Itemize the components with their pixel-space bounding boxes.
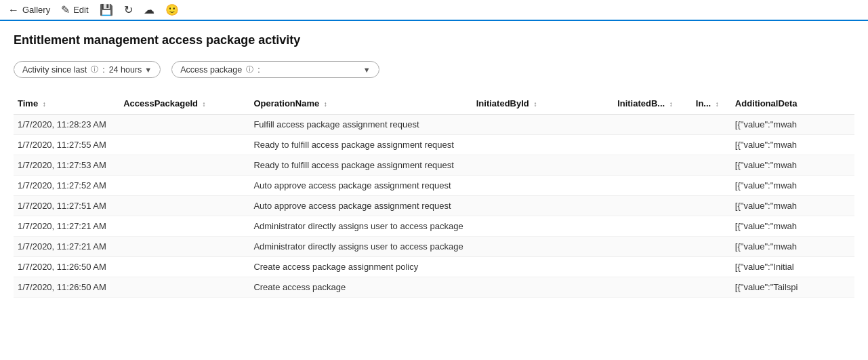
back-label: Gallery — [22, 5, 50, 15]
table-cell: Ready to fulfill access package assignme… — [249, 135, 472, 155]
filters-bar: Activity since last ⓘ : 24 hours ▼ Acces… — [14, 61, 854, 78]
table-cell — [613, 237, 692, 257]
table-cell: Ready to fulfill access package assignme… — [249, 155, 472, 176]
table-cell — [472, 196, 613, 216]
table-cell: Auto approve access package assignment r… — [249, 196, 472, 216]
edit-icon: ✎ — [61, 3, 70, 16]
col-header-initiated-b[interactable]: InitiatedB... ↕ — [613, 93, 692, 115]
table-cell: [{"value":"mwah — [731, 115, 854, 135]
activity-dropdown[interactable]: 24 hours ▼ — [109, 65, 152, 75]
sort-icon-initiated-id[interactable]: ↕ — [533, 100, 537, 108]
table-row: 1/7/2020, 11:26:50 AMCreate access packa… — [14, 257, 854, 277]
table-row: 1/7/2020, 11:26:50 AMCreate access packa… — [14, 277, 854, 298]
table-row: 1/7/2020, 11:27:52 AMAuto approve access… — [14, 176, 854, 196]
table-cell — [119, 155, 249, 176]
page-title: Entitlement management access package ac… — [14, 33, 854, 47]
table-cell — [692, 176, 731, 196]
table-cell: 1/7/2020, 11:27:52 AM — [14, 176, 119, 196]
activity-filter[interactable]: Activity since last ⓘ : 24 hours ▼ — [14, 61, 161, 78]
save-button[interactable]: 💾 — [100, 3, 113, 16]
table-cell: [{"value":"mwah — [731, 216, 854, 237]
table-cell: [{"value":"mwah — [731, 155, 854, 176]
sort-icon-pkg-id[interactable]: ↕ — [203, 100, 206, 108]
access-filter-label: Access package — [180, 65, 242, 75]
table-cell — [613, 135, 692, 155]
table-cell: 1/7/2020, 11:26:50 AM — [14, 257, 119, 277]
emoji-button[interactable]: 🙂 — [165, 3, 179, 16]
col-header-in[interactable]: In... ↕ — [692, 93, 731, 115]
table-cell — [692, 277, 731, 298]
table-cell: [{"value":"mwah — [731, 135, 854, 155]
table-cell: Auto approve access package assignment r… — [249, 176, 472, 196]
sort-icon-initiated-b[interactable]: ↕ — [669, 100, 673, 108]
data-table: Time ↕ AccessPackageId ↕ OperationName ↕… — [14, 93, 854, 298]
table-cell — [692, 115, 731, 135]
table-cell: [{"value":"mwah — [731, 176, 854, 196]
table-cell — [692, 196, 731, 216]
sort-icon-in[interactable]: ↕ — [716, 100, 719, 108]
table-cell — [613, 115, 692, 135]
refresh-button[interactable]: ↻ — [124, 3, 133, 16]
table-cell — [119, 176, 249, 196]
table-cell: Create access package assignment policy — [249, 257, 472, 277]
table-body: 1/7/2020, 11:28:23 AMFulfill access pack… — [14, 115, 854, 298]
table-row: 1/7/2020, 11:27:55 AMReady to fulfill ac… — [14, 135, 854, 155]
cloud-button[interactable]: ☁ — [144, 3, 154, 16]
table-cell — [119, 277, 249, 298]
refresh-icon: ↻ — [124, 3, 133, 16]
table-cell: Administrator directly assigns user to a… — [249, 237, 472, 257]
table-cell — [692, 257, 731, 277]
table-cell — [119, 257, 249, 277]
activity-dropdown-arrow: ▼ — [144, 66, 152, 74]
table-cell: 1/7/2020, 11:27:21 AM — [14, 216, 119, 237]
sort-icon-time[interactable]: ↕ — [43, 100, 46, 108]
table-cell: 1/7/2020, 11:27:53 AM — [14, 155, 119, 176]
table-cell — [692, 237, 731, 257]
col-header-access-package-id[interactable]: AccessPackageId ↕ — [119, 93, 249, 115]
table-cell — [692, 155, 731, 176]
table-cell — [613, 277, 692, 298]
table-cell — [472, 277, 613, 298]
access-package-select[interactable] — [264, 65, 359, 75]
cloud-icon: ☁ — [144, 3, 154, 16]
table-cell: 1/7/2020, 11:28:23 AM — [14, 115, 119, 135]
table-cell: 1/7/2020, 11:27:21 AM — [14, 237, 119, 257]
edit-label: Edit — [73, 5, 88, 15]
activity-colon: : — [102, 65, 104, 75]
activity-value: 24 hours — [109, 65, 142, 75]
col-header-initiated-by-id[interactable]: InitiatedById ↕ — [472, 93, 613, 115]
back-button[interactable]: ← Gallery — [8, 4, 50, 16]
table-row: 1/7/2020, 11:28:23 AMFulfill access pack… — [14, 115, 854, 135]
access-package-filter[interactable]: Access package ⓘ : ▼ — [171, 61, 379, 78]
table-row: 1/7/2020, 11:27:51 AMAuto approve access… — [14, 196, 854, 216]
table-cell — [472, 115, 613, 135]
table-header: Time ↕ AccessPackageId ↕ OperationName ↕… — [14, 93, 854, 115]
access-info-icon[interactable]: ⓘ — [246, 64, 253, 75]
table-cell: 1/7/2020, 11:26:50 AM — [14, 277, 119, 298]
table-row: 1/7/2020, 11:27:21 AMAdministrator direc… — [14, 237, 854, 257]
table-cell — [472, 237, 613, 257]
table-cell — [613, 196, 692, 216]
table-cell: [{"value":"mwah — [731, 196, 854, 216]
table-cell — [119, 216, 249, 237]
toolbar: ← Gallery ✎ Edit 💾 ↻ ☁ 🙂 — [0, 0, 868, 21]
main-content: Entitlement management access package ac… — [0, 21, 868, 310]
col-header-operation-name[interactable]: OperationName ↕ — [249, 93, 472, 115]
table-cell — [613, 176, 692, 196]
col-header-time[interactable]: Time ↕ — [14, 93, 119, 115]
table-cell — [472, 216, 613, 237]
activity-info-icon[interactable]: ⓘ — [91, 64, 98, 75]
table-cell — [472, 135, 613, 155]
table-cell: [{"value":"Tailspi — [731, 277, 854, 298]
emoji-icon: 🙂 — [165, 3, 179, 16]
edit-button[interactable]: ✎ Edit — [61, 3, 88, 16]
table-cell — [119, 135, 249, 155]
table-cell: 1/7/2020, 11:27:55 AM — [14, 135, 119, 155]
table-cell: Fulfill access package assignment reques… — [249, 115, 472, 135]
col-header-additional-deta: AdditionalDeta — [731, 93, 854, 115]
table-row: 1/7/2020, 11:27:21 AMAdministrator direc… — [14, 216, 854, 237]
access-colon: : — [257, 65, 260, 75]
sort-icon-op[interactable]: ↕ — [324, 100, 327, 108]
table-cell — [613, 155, 692, 176]
table-cell: Administrator directly assigns user to a… — [249, 216, 472, 237]
